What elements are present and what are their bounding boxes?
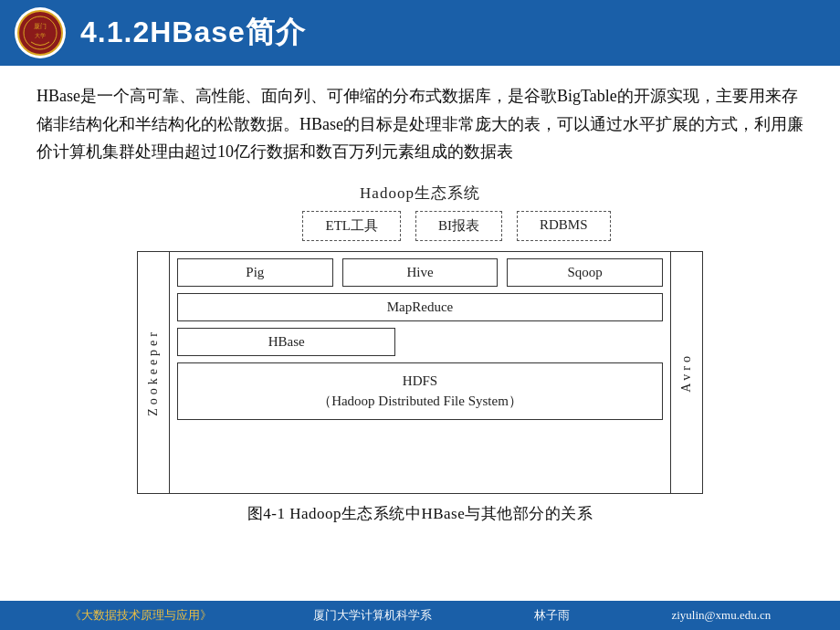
header: 厦门 大学 4.1.2HBase简介 [0, 0, 840, 66]
footer-school: 厦门大学计算机科学系 [313, 607, 432, 624]
hbase-row: HBase [177, 328, 663, 356]
hive-box: Hive [342, 258, 499, 287]
caption: 图4-1 Hadoop生态系统中HBase与其他部分的关系 [247, 503, 593, 524]
rdbms-box: RDBMS [517, 211, 611, 241]
footer-author: 林子雨 [534, 607, 570, 624]
pig-hive-sqoop-row: Pig Hive Sqoop [177, 258, 663, 287]
etl-box: ETL工具 [302, 211, 401, 241]
mapreduce-box: MapReduce [177, 293, 663, 321]
svg-text:厦门: 厦门 [34, 23, 47, 30]
diagram-title: Hadoop生态系统 [360, 183, 480, 204]
main-content: HBase是一个高可靠、高性能、面向列、可伸缩的分布式数据库，是谷歌BigTab… [0, 66, 840, 524]
footer-email: ziyulin@xmu.edu.cn [671, 608, 771, 623]
diagram-area: Hadoop生态系统 ETL工具 BI报表 RDBMS Zookeeper Av… [37, 183, 803, 524]
zookeeper-label: Zookeeper [137, 251, 170, 494]
inner-content: Pig Hive Sqoop MapReduce HBase HDFS （Had… [170, 251, 670, 494]
page-title: 4.1.2HBase简介 [80, 13, 306, 53]
svg-text:大学: 大学 [35, 33, 46, 38]
intro-paragraph: HBase是一个高可靠、高性能、面向列、可伸缩的分布式数据库，是谷歌BigTab… [37, 82, 803, 166]
pig-box: Pig [177, 258, 333, 287]
bi-box: BI报表 [415, 211, 502, 241]
footer: 《大数据技术原理与应用》 厦门大学计算机科学系 林子雨 ziyulin@xmu.… [0, 601, 840, 630]
sqoop-box: Sqoop [507, 258, 663, 287]
logo: 厦门 大学 [15, 7, 66, 58]
top-dashed-row: ETL工具 BI报表 RDBMS [210, 211, 703, 241]
hdfs-box: HDFS （Hadoop Distributed File System） [177, 362, 663, 420]
ecosystem-diagram: ETL工具 BI报表 RDBMS Zookeeper Avro Pig Hive [137, 211, 703, 494]
footer-book: 《大数据技术原理与应用》 [69, 607, 212, 624]
hbase-box: HBase [177, 328, 395, 356]
avro-label: Avro [670, 251, 703, 494]
